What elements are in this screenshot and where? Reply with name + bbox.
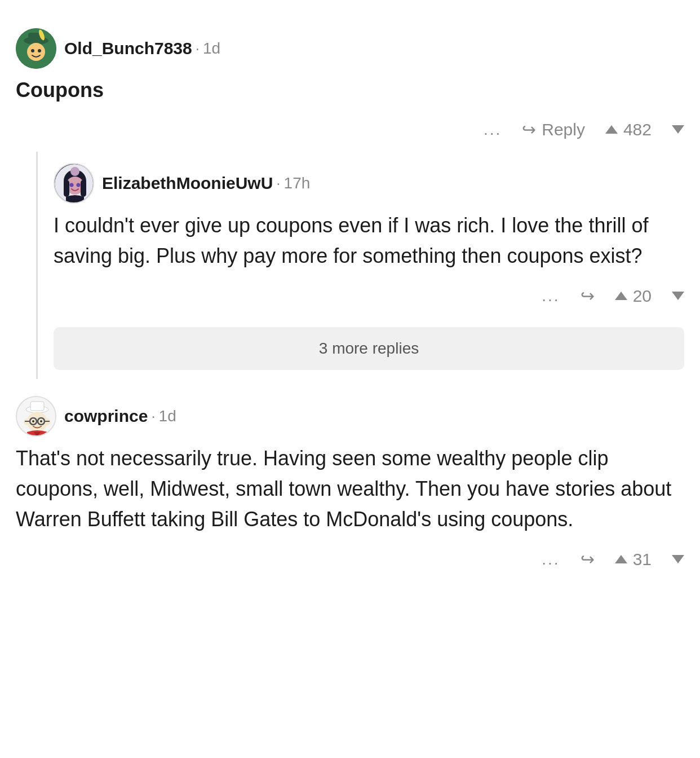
avatar-elizabeth: [54, 163, 94, 204]
comment-header-cowprince: cowprince · 1d: [16, 396, 684, 437]
dot-separator: ·: [196, 40, 200, 58]
upvote-button-cowprince[interactable]: 31: [615, 550, 652, 569]
comment-old-bunch: Old_Bunch7838 · 1d Coupons ... ↩ Reply 4…: [16, 17, 684, 385]
svg-point-4: [27, 43, 45, 61]
vote-count-cowprince: 31: [633, 550, 652, 569]
upvote-icon-3: [615, 555, 627, 563]
svg-rect-10: [64, 180, 69, 197]
reply-button-old-bunch[interactable]: ↩ Reply: [522, 120, 585, 139]
reply-icon-3: ↩: [581, 549, 595, 569]
svg-rect-17: [30, 402, 44, 411]
timestamp-old-bunch: 1d: [203, 39, 220, 58]
vote-count-elizabeth: 20: [633, 287, 652, 306]
timestamp-elizabeth: 17h: [284, 174, 311, 192]
svg-point-14: [77, 183, 81, 187]
reply-button-elizabeth[interactable]: ↩: [581, 286, 595, 306]
comment-actions-old-bunch: ... ↩ Reply 482: [16, 115, 684, 146]
reply-icon: ↩: [522, 120, 536, 139]
dot-separator-3: ·: [151, 408, 155, 425]
avatar-cowprince: [16, 396, 56, 437]
username-cowprince: cowprince: [64, 407, 148, 426]
comment-actions-elizabeth: ... ↩ 20: [54, 281, 684, 312]
svg-point-5: [31, 49, 34, 52]
username-old-bunch: Old_Bunch7838: [64, 39, 192, 58]
downvote-button-old-bunch[interactable]: [672, 125, 684, 134]
upvote-button-old-bunch[interactable]: 482: [605, 120, 652, 139]
svg-point-27: [40, 420, 42, 422]
comment-body-cowprince: That's not necessarily true. Having seen…: [16, 443, 684, 535]
svg-point-26: [32, 420, 34, 422]
comment-header-elizabeth: ElizabethMoonieUwU · 17h: [54, 163, 684, 204]
comment-elizabeth: ElizabethMoonieUwU · 17h I couldn't ever…: [54, 152, 684, 318]
reply-icon-2: ↩: [581, 286, 595, 306]
username-meta-elizabeth: ElizabethMoonieUwU · 17h: [102, 174, 310, 193]
upvote-icon-2: [615, 292, 627, 300]
downvote-button-cowprince[interactable]: [672, 555, 684, 563]
reply-button-cowprince[interactable]: ↩: [581, 549, 595, 569]
svg-rect-11: [81, 180, 86, 197]
vote-count-old-bunch: 482: [623, 120, 652, 139]
more-replies-button[interactable]: 3 more replies: [54, 327, 684, 370]
more-options-button[interactable]: ...: [484, 121, 502, 139]
reply-label: Reply: [542, 120, 585, 139]
username-meta-old-bunch: Old_Bunch7838 · 1d: [64, 39, 220, 58]
upvote-button-elizabeth[interactable]: 20: [615, 287, 652, 306]
comment-cowprince: cowprince · 1d That's not necessarily tr…: [16, 385, 684, 581]
comment-body-old-bunch: Coupons: [16, 76, 684, 105]
more-options-button-cowprince[interactable]: ...: [542, 550, 560, 568]
timestamp-cowprince: 1d: [159, 407, 176, 425]
svg-point-6: [38, 49, 41, 52]
downvote-button-elizabeth[interactable]: [672, 292, 684, 300]
reply-section: ElizabethMoonieUwU · 17h I couldn't ever…: [36, 152, 684, 379]
avatar-old-bunch: [16, 28, 56, 69]
svg-point-12: [70, 167, 79, 176]
username-meta-cowprince: cowprince · 1d: [64, 407, 176, 426]
comment-body-elizabeth: I couldn't ever give up coupons even if …: [54, 210, 684, 271]
username-elizabeth: ElizabethMoonieUwU: [102, 174, 273, 193]
comment-header-old-bunch: Old_Bunch7838 · 1d: [16, 28, 684, 69]
dot-separator-2: ·: [276, 175, 280, 192]
svg-point-13: [70, 183, 74, 187]
more-options-button-elizabeth[interactable]: ...: [542, 287, 560, 305]
comment-actions-cowprince: ... ↩ 31: [16, 545, 684, 576]
upvote-icon: [605, 125, 618, 134]
